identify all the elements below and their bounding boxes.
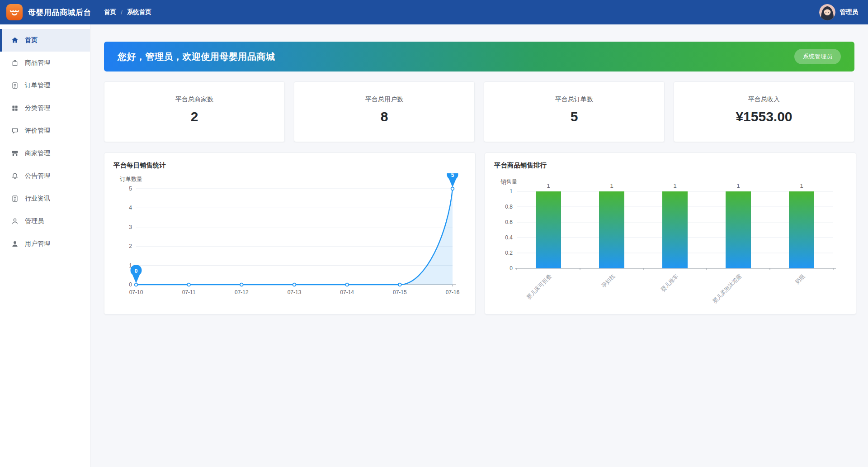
sidebar-item-admins[interactable]: 管理员 <box>0 210 90 233</box>
order-icon <box>11 81 19 90</box>
svg-text:07-10: 07-10 <box>129 289 143 295</box>
sidebar-item-label: 行业资讯 <box>25 195 50 203</box>
daily-sales-title: 平台每日销售统计 <box>113 161 466 170</box>
sidebar-item-label: 用户管理 <box>25 240 50 248</box>
svg-text:07-15: 07-15 <box>393 289 407 295</box>
svg-text:婴儿柔泡沐浴露: 婴儿柔泡沐浴露 <box>712 273 743 304</box>
stat-value: 5 <box>484 109 664 124</box>
user-menu[interactable]: 管理员 <box>819 4 859 20</box>
svg-text:07-16: 07-16 <box>446 289 460 295</box>
sidebar-item-users[interactable]: 用户管理 <box>0 233 90 255</box>
stat-card-merchants: 平台总商家数 2 <box>104 81 285 142</box>
daily-sales-card: 平台每日销售统计 订单数量01234507-1007-1107-1207-130… <box>104 152 476 315</box>
app-title: 母婴用品商城后台 <box>28 7 91 18</box>
sidebar-item-label: 订单管理 <box>25 81 50 90</box>
product-rank-card: 平台商品销售排行 销售量00.20.40.60.811婴儿床可折叠1孕妇枕1婴儿… <box>485 152 856 315</box>
svg-text:1: 1 <box>800 182 803 189</box>
stat-value: 8 <box>294 109 474 124</box>
svg-text:0.6: 0.6 <box>505 219 513 225</box>
avatar[interactable] <box>819 4 835 20</box>
breadcrumb-separator: / <box>121 9 123 16</box>
svg-text:0: 0 <box>509 265 513 272</box>
sidebar-item-label: 商家管理 <box>25 149 50 157</box>
sidebar-item-label: 公告管理 <box>25 172 50 180</box>
username: 管理员 <box>840 8 859 16</box>
sidebar-item-label: 分类管理 <box>25 104 50 112</box>
sidebar-item-orders[interactable]: 订单管理 <box>0 74 90 97</box>
app-logo-icon <box>6 4 23 20</box>
comment-icon <box>11 127 19 135</box>
svg-text:07-14: 07-14 <box>340 289 354 295</box>
sidebar-item-news[interactable]: 行业资讯 <box>0 187 90 210</box>
sidebar-item-label: 首页 <box>25 36 38 44</box>
sidebar-item-reviews[interactable]: 评价管理 <box>0 119 90 142</box>
svg-text:1: 1 <box>509 188 513 195</box>
svg-text:0.2: 0.2 <box>505 250 513 256</box>
svg-text:07-13: 07-13 <box>288 289 302 295</box>
svg-text:婴儿推车: 婴儿推车 <box>660 273 679 293</box>
svg-text:0.8: 0.8 <box>505 204 513 210</box>
svg-text:07-12: 07-12 <box>235 289 249 295</box>
welcome-banner: 您好，管理员，欢迎使用母婴用品商城 系统管理员 <box>104 42 854 71</box>
role-badge: 系统管理员 <box>794 49 841 64</box>
sidebar-item-label: 管理员 <box>25 217 44 225</box>
stat-value: ¥1553.00 <box>674 109 854 124</box>
welcome-greeting: 您好，管理员，欢迎使用母婴用品商城 <box>118 51 275 63</box>
sidebar-nav: 首页商品管理订单管理分类管理评价管理商家管理公告管理行业资讯管理员用户管理 <box>0 29 90 255</box>
svg-text:0: 0 <box>135 268 138 274</box>
stats-row: 平台总商家数 2 平台总用户数 8 平台总订单数 5 平台总收入 ¥1553.0… <box>104 81 854 142</box>
breadcrumb-current: 系统首页 <box>127 8 151 16</box>
svg-text:4: 4 <box>129 205 132 211</box>
svg-text:孕妇枕: 孕妇枕 <box>600 273 616 289</box>
home-icon <box>11 36 19 44</box>
svg-text:1: 1 <box>547 182 550 189</box>
bag-icon <box>11 59 19 67</box>
shop-icon <box>11 149 19 157</box>
sidebar: 首页商品管理订单管理分类管理评价管理商家管理公告管理行业资讯管理员用户管理 <box>0 24 90 467</box>
sidebar-item-merchants[interactable]: 商家管理 <box>0 142 90 165</box>
breadcrumb: 首页 / 系统首页 <box>104 8 151 16</box>
svg-text:5: 5 <box>129 186 132 192</box>
sidebar-item-label: 商品管理 <box>25 59 50 67</box>
product-rank-title: 平台商品销售排行 <box>494 161 847 170</box>
svg-text:07-11: 07-11 <box>182 289 196 295</box>
sidebar-item-products[interactable]: 商品管理 <box>0 52 90 74</box>
main-content: 您好，管理员，欢迎使用母婴用品商城 系统管理员 平台总商家数 2 平台总用户数 … <box>90 24 868 467</box>
daily-sales-line-chart: 订单数量01234507-1007-1107-1207-1307-1407-15… <box>113 173 466 309</box>
stat-label: 平台总订单数 <box>484 95 664 104</box>
svg-text:销售量: 销售量 <box>500 179 518 185</box>
svg-text:1: 1 <box>736 182 740 189</box>
stat-label: 平台总商家数 <box>104 95 284 104</box>
news-icon <box>11 195 19 203</box>
sidebar-item-announcements[interactable]: 公告管理 <box>0 165 90 187</box>
product-rank-bar-chart: 销售量00.20.40.60.811婴儿床可折叠1孕妇枕1婴儿推车1婴儿柔泡沐浴… <box>494 173 847 309</box>
stat-card-orders: 平台总订单数 5 <box>484 81 665 142</box>
stat-value: 2 <box>104 109 284 124</box>
stat-card-revenue: 平台总收入 ¥1553.00 <box>674 81 854 142</box>
users-icon <box>11 240 19 248</box>
admin-icon <box>11 217 19 225</box>
svg-text:婴儿床可折叠: 婴儿床可折叠 <box>525 273 553 300</box>
stat-card-users: 平台总用户数 8 <box>294 81 475 142</box>
svg-text:订单数量: 订单数量 <box>120 176 142 182</box>
svg-text:1: 1 <box>610 182 613 189</box>
svg-text:0: 0 <box>129 281 132 288</box>
svg-text:0.4: 0.4 <box>505 234 513 241</box>
stat-label: 平台总用户数 <box>294 95 474 104</box>
svg-text:5: 5 <box>451 173 454 178</box>
sidebar-item-categories[interactable]: 分类管理 <box>0 97 90 119</box>
stat-label: 平台总收入 <box>674 95 854 104</box>
bell-icon <box>11 172 19 180</box>
sidebar-item-label: 评价管理 <box>25 127 50 135</box>
topbar: 母婴用品商城后台 首页 / 系统首页 管理员 <box>0 0 868 24</box>
sidebar-item-home[interactable]: 首页 <box>0 29 90 52</box>
svg-text:3: 3 <box>129 224 132 230</box>
breadcrumb-home[interactable]: 首页 <box>104 8 116 16</box>
charts-row: 平台每日销售统计 订单数量01234507-1007-1107-1207-130… <box>104 152 854 315</box>
category-icon <box>11 104 19 112</box>
svg-text:2: 2 <box>129 243 132 249</box>
svg-text:奶瓶: 奶瓶 <box>794 273 806 285</box>
svg-text:1: 1 <box>673 182 676 189</box>
